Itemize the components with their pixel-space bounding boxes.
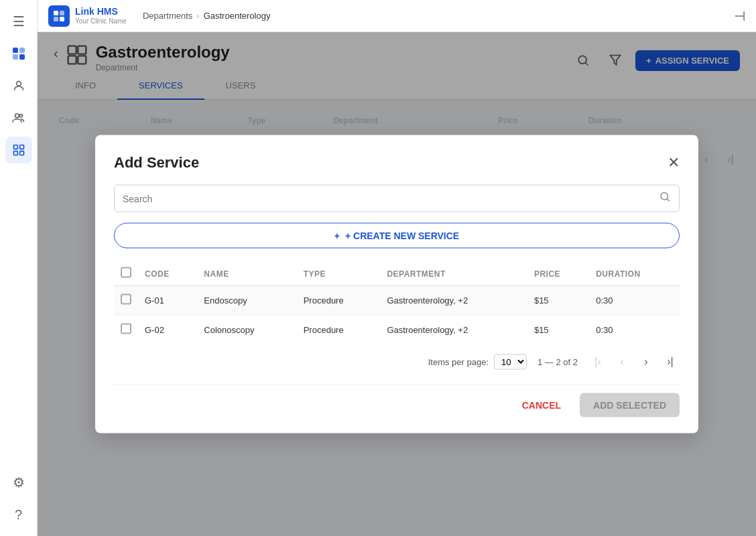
breadcrumb-sep: › [196,11,199,21]
dialog-pagination: Items per page: 10 25 50 1 — 2 of 2 |‹ ‹… [114,344,680,371]
logo-icon [48,5,70,27]
first-page-button[interactable]: |‹ [588,352,607,371]
create-plus-icon: + [334,230,340,241]
table-row: G-01 Endoscopy Procedure Gastroenterolog… [114,285,680,315]
svg-line-23 [667,199,669,201]
svg-rect-13 [54,17,58,21]
col-name: Name [197,262,296,286]
logo: Link HMS Your Clinic Name [48,5,127,27]
cancel-button[interactable]: CANCEL [511,393,572,417]
sidebar-item-menu[interactable]: ☰ [5,8,32,35]
svg-point-22 [661,193,668,200]
logout-icon[interactable]: ⊣ [734,9,745,23]
cell-name: Endoscopy [197,285,296,315]
svg-point-5 [15,114,19,118]
sidebar-item-help[interactable]: ? [5,501,32,528]
col-duration: Duration [589,262,680,286]
add-service-dialog: Add Service ✕ + + CREATE NEW SERVICE Cod… [95,135,698,433]
col-type: Type [297,262,381,286]
cell-department: Gastroenterology, +2 [380,315,527,344]
svg-rect-14 [60,17,64,21]
col-code: Code [138,262,197,286]
services-table: Code Name Type Department Price Duration… [114,262,680,344]
items-per-page-label: Items per page: [428,356,489,366]
svg-rect-0 [13,48,18,53]
cell-duration: 0:30 [589,285,680,315]
topbar: Link HMS Your Clinic Name Departments › … [38,0,756,32]
row-checkbox-1[interactable] [121,324,131,334]
brand-name: Link HMS [75,7,127,17]
page-info: 1 — 2 of 2 [538,356,578,366]
add-selected-button[interactable]: ADD SELECTED [580,393,680,417]
breadcrumb-parent[interactable]: Departments [143,11,192,21]
cell-department: Gastroenterology, +2 [380,285,527,315]
brand-tagline: Your Clinic Name [75,17,127,25]
search-box [114,185,680,212]
topbar-right: ⊣ [734,8,745,24]
last-page-button[interactable]: ›| [661,352,680,371]
items-per-page-select[interactable]: 10 25 50 [494,354,527,369]
cell-code: G-02 [138,315,197,344]
dialog-title: Add Service [114,154,199,172]
svg-rect-7 [13,145,17,149]
col-checkbox [114,262,138,286]
cell-type: Procedure [297,315,381,344]
svg-rect-1 [19,48,25,53]
sidebar-item-settings[interactable]: ⚙ [5,469,32,496]
col-price: Price [527,262,589,286]
svg-point-6 [19,115,22,117]
cell-type: Procedure [297,285,381,315]
svg-rect-3 [19,54,25,60]
svg-rect-2 [13,54,18,60]
sidebar: ☰ ⚙ ? [0,0,38,536]
dialog-header: Add Service ✕ [114,154,680,172]
create-label: + CREATE NEW SERVICE [345,230,459,241]
svg-rect-8 [19,145,23,149]
prev-page-button[interactable]: ‹ [613,352,631,371]
cell-name: Colonoscopy [197,315,296,344]
svg-rect-10 [19,151,23,155]
svg-rect-11 [54,11,58,15]
sidebar-item-logo [5,40,32,67]
breadcrumb-current: Gastroenterology [204,11,271,21]
table-row: G-02 Colonoscopy Procedure Gastroenterol… [114,315,680,344]
svg-rect-12 [60,11,64,15]
next-page-button[interactable]: › [637,352,655,371]
dialog-footer: CANCEL ADD SELECTED [114,385,680,417]
svg-rect-9 [13,151,17,155]
row-checkbox-0[interactable] [121,294,131,305]
select-all-checkbox[interactable] [121,267,131,278]
sidebar-item-patients[interactable] [5,72,32,99]
svg-point-4 [16,81,21,86]
main-content: ‹ Gastroenterology Department + ASSIGN S… [38,32,756,536]
cell-code: G-01 [138,285,197,315]
cell-price: $15 [527,285,589,315]
sidebar-item-users[interactable] [5,105,32,131]
col-department: Department [380,262,527,286]
create-new-service-button[interactable]: + + CREATE NEW SERVICE [114,223,680,249]
close-button[interactable]: ✕ [668,155,680,170]
breadcrumb: Departments › Gastroenterology [143,11,271,21]
cell-duration: 0:30 [589,315,680,344]
search-icon[interactable] [659,191,671,206]
search-input[interactable] [123,193,659,204]
cell-price: $15 [527,315,589,344]
sidebar-item-departments[interactable] [5,137,32,163]
